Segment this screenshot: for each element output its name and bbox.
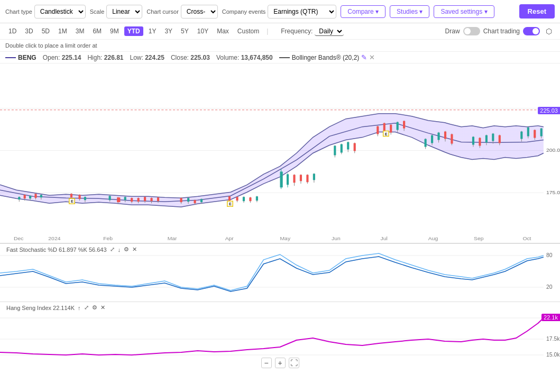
svg-rect-58 [256,196,258,200]
draw-toggle[interactable] [463,27,480,35]
svg-rect-16 [70,194,72,197]
time-9m[interactable]: 9M [107,26,122,36]
events-group: Company events Earnings (QTR) [222,5,337,19]
svg-text:Jul: Jul [380,235,387,241]
time-10y[interactable]: 10Y [194,26,212,36]
hang-seng-settings-icon[interactable]: ⚙ [92,304,97,311]
svg-rect-108 [492,134,494,141]
stochastic-expand-icon[interactable]: ⤢ [110,246,115,253]
chart-trading-toggle[interactable] [523,27,540,35]
svg-rect-114 [527,127,529,136]
svg-text:Sep: Sep [474,235,484,241]
svg-rect-116 [534,130,536,138]
low-value: Low: 224.25 [130,54,164,61]
time-5y[interactable]: 5Y [178,26,192,36]
chart-type-select[interactable]: Candlestick [34,5,86,19]
draw-label: Draw [445,28,460,35]
time-3d[interactable]: 3D [22,26,36,36]
svg-rect-70 [313,174,315,180]
svg-rect-38 [157,197,159,201]
time-custom[interactable]: Custom [234,26,262,36]
svg-rect-106 [485,135,488,143]
svg-rect-88 [397,122,399,130]
hang-seng-expand-icon[interactable]: ⤢ [84,304,89,311]
time-1y[interactable]: 1Y [145,26,160,36]
svg-text:17.5k: 17.5k [546,336,560,342]
hang-seng-title: Hang Seng Index 22.114K [6,305,75,311]
zoom-controls: − + ⛶ [261,358,299,368]
cursor-select[interactable]: Cross- [181,5,218,19]
frequency-select[interactable]: Daily [315,27,344,36]
time-1m[interactable]: 1M [55,26,70,36]
svg-rect-82 [383,123,385,131]
svg-text:Oct: Oct [522,235,531,241]
scale-label: Scale [90,8,105,15]
zoom-out-button[interactable]: − [261,358,272,368]
svg-rect-98 [444,132,446,139]
open-value: Open: 225.14 [43,54,81,61]
main-chart[interactable]: E [0,63,560,243]
svg-text:Apr: Apr [225,235,234,241]
svg-text:May: May [280,235,291,241]
svg-rect-32 [137,198,140,202]
svg-rect-30 [131,198,133,202]
time-ytd[interactable]: YTD [124,26,143,36]
time-3y[interactable]: 3Y [161,26,176,36]
stochastic-download-icon[interactable]: ↓ [118,247,121,253]
time-1d[interactable]: 1D [5,26,20,36]
time-max[interactable]: Max [214,26,232,36]
stochastic-settings-icon[interactable]: ⚙ [124,246,129,253]
svg-rect-44 [194,200,196,203]
time-3m[interactable]: 3M [72,26,88,36]
bb-close-icon[interactable]: ✕ [369,53,375,61]
scale-select[interactable]: Linear [106,5,142,19]
svg-rect-68 [306,175,308,182]
svg-text:E: E [385,132,388,136]
bb-edit-icon[interactable]: ✎ [361,53,367,61]
svg-rect-8 [24,195,26,198]
svg-text:Feb: Feb [103,235,113,241]
bollinger-bands-legend: Bollinger Bands® (20,2) ✎ ✕ [279,53,375,61]
svg-rect-14 [40,195,42,197]
svg-rect-52 [236,197,238,200]
zoom-fullscreen-button[interactable]: ⛶ [289,358,299,368]
svg-text:80: 80 [546,252,553,258]
svg-rect-34 [144,197,146,201]
stochastic-chart: Fast Stochastic %D 61.897 %K 56.643 ⤢ ↓ … [0,243,560,302]
hang-seng-close-icon[interactable]: ✕ [100,304,105,311]
svg-rect-102 [472,137,474,145]
svg-rect-64 [293,175,295,183]
draw-group: Draw Chart trading ⬡ [445,25,555,37]
events-select[interactable]: Earnings (QTR) [268,5,336,19]
hang-seng-arrow-icon[interactable]: ↑ [78,305,81,311]
svg-text:Dec: Dec [14,235,23,241]
main-chart-svg: E [0,63,560,243]
svg-rect-60 [280,171,283,187]
svg-rect-24 [109,196,111,200]
compare-button[interactable]: Compare ▾ [341,5,385,18]
svg-rect-20 [78,195,80,199]
symbol-legend: BENG [5,54,36,61]
time-5d[interactable]: 5D [39,26,53,36]
saved-settings-button[interactable]: Saved settings ▾ [434,5,494,18]
stochastic-close-icon[interactable]: ✕ [132,246,137,253]
svg-text:175.00: 175.00 [546,189,560,195]
studies-button[interactable]: Studies ▾ [390,5,429,18]
cursor-group: Chart cursor Cross- [146,5,218,19]
close-value: Close: 225.03 [171,54,210,61]
hang-seng-chart: Hang Seng Index 22.114K ↑ ⤢ ⚙ ✕ 20.0k 17… [0,302,560,370]
svg-rect-12 [34,194,36,198]
chart-container: E [0,63,560,387]
zoom-in-button[interactable]: + [275,358,286,368]
svg-rect-22 [84,197,86,200]
stochastic-title: Fast Stochastic %D 61.897 %K 56.643 [6,247,107,253]
time-6m[interactable]: 6M [89,26,105,36]
main-toolbar: Chart type Candlestick Scale Linear Char… [0,0,560,23]
export-icon[interactable]: ⬡ [543,25,555,37]
svg-text:Aug: Aug [428,235,438,241]
svg-rect-40 [180,198,182,202]
svg-rect-56 [249,197,251,201]
svg-rect-94 [431,135,433,143]
reset-button[interactable]: Reset [519,4,555,19]
svg-rect-66 [300,175,302,181]
